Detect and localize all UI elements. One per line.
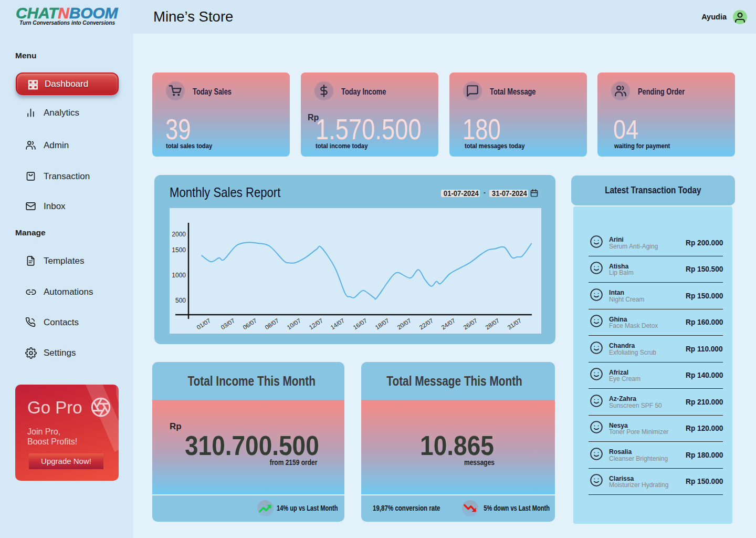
svg-text:20/07: 20/07 xyxy=(396,317,412,331)
svg-text:08/07: 08/07 xyxy=(264,317,280,331)
svg-text:01/07: 01/07 xyxy=(195,317,212,331)
svg-text:16/07: 16/07 xyxy=(352,317,368,331)
svg-text:2000: 2000 xyxy=(172,231,186,238)
svg-text:03/07: 03/07 xyxy=(219,317,236,331)
svg-text:22/07: 22/07 xyxy=(418,317,434,331)
svg-text:24/07: 24/07 xyxy=(440,317,456,331)
svg-text:18/07: 18/07 xyxy=(374,317,390,331)
svg-text:1000: 1000 xyxy=(172,272,186,279)
svg-text:26/07: 26/07 xyxy=(462,317,478,331)
svg-text:500: 500 xyxy=(175,297,186,304)
svg-text:1500: 1500 xyxy=(172,246,186,254)
svg-text:10/07: 10/07 xyxy=(286,317,302,331)
svg-text:28/07: 28/07 xyxy=(484,317,500,331)
svg-text:14/07: 14/07 xyxy=(329,317,345,331)
svg-text:12/07: 12/07 xyxy=(308,317,324,331)
svg-text:06/07: 06/07 xyxy=(242,317,258,331)
svg-text:31/07: 31/07 xyxy=(506,317,522,331)
